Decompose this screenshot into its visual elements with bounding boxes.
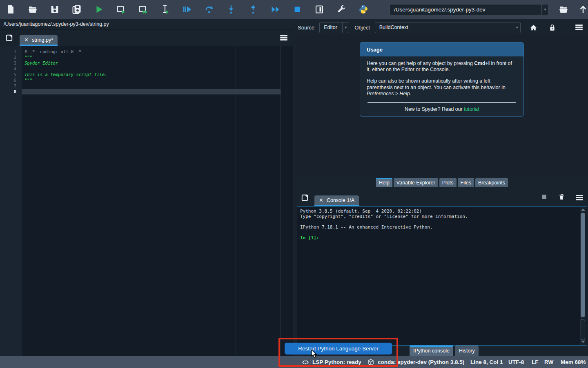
console-options-menu-icon[interactable]: [576, 195, 583, 201]
chevron-down-icon[interactable]: ▼: [541, 4, 548, 15]
browse-tabs-icon[interactable]: [301, 194, 309, 202]
usage-p2-pre: Help can also be shown automatically aft…: [367, 78, 506, 90]
step-over-icon[interactable]: [204, 4, 214, 14]
tab-breakpoints[interactable]: Breakpoints: [475, 178, 508, 187]
usage-p1-shortcut: Cmd+I: [474, 61, 490, 66]
source-combobox[interactable]: Editor ▼: [319, 22, 349, 33]
close-tab-icon[interactable]: ✕: [24, 37, 29, 43]
chevron-down-icon[interactable]: ▼: [514, 22, 520, 33]
run-icon[interactable]: [94, 4, 104, 14]
editor-line-7[interactable]: 7: [0, 83, 293, 89]
tab-variable-explorer[interactable]: Variable Explorer: [394, 178, 438, 187]
editor-tab-label: string.py*: [32, 37, 53, 43]
code-editor[interactable]: 1# -*- coding: utf-8 -*-2"""3Spyder Edit…: [0, 46, 293, 356]
step-out-icon[interactable]: [248, 4, 258, 14]
permissions-status: RW: [544, 356, 553, 368]
tab-help[interactable]: Help: [376, 178, 392, 187]
tab-files[interactable]: Files: [458, 178, 474, 187]
encoding-text: UTF-8: [508, 359, 524, 365]
conda-status-text: conda: spyder-dev (Python 3.8.5): [378, 359, 464, 365]
run-selection-icon[interactable]: [160, 4, 170, 14]
tutorial-link[interactable]: tutorial: [464, 106, 479, 112]
scrollbar-track-segment: [581, 319, 585, 340]
debug-file-icon[interactable]: [182, 4, 192, 14]
editor-line-3[interactable]: 3Spyder Editor: [0, 60, 293, 66]
usage-p1-pre: Here you can get help of any object by p…: [367, 61, 474, 66]
run-cell-icon[interactable]: [116, 4, 126, 14]
stop-debug-icon[interactable]: [292, 4, 302, 14]
working-directory-value: /Users/juanitagomez/.spyder-py3-dev: [390, 7, 541, 13]
save-all-icon[interactable]: [72, 4, 82, 14]
lock-icon[interactable]: [548, 24, 556, 31]
tab-plots[interactable]: Plots: [439, 178, 457, 187]
scrollbar-thumb[interactable]: [581, 213, 585, 317]
working-directory-combobox[interactable]: /Users/juanitagomez/.spyder-py3-dev ▼: [390, 4, 549, 15]
console-tab[interactable]: ✕ Console 1/A: [314, 195, 359, 206]
scroll-up-arrow-icon[interactable]: [581, 209, 585, 211]
object-value: BuildContext: [375, 25, 514, 30]
package-cube-icon: [367, 359, 374, 366]
usage-paragraph-2: Help can also be shown automatically aft…: [367, 78, 517, 97]
conda-env-status[interactable]: conda: spyder-dev (Python 3.8.5): [367, 356, 464, 368]
step-into-icon[interactable]: [226, 4, 236, 14]
line-col-text: Line 8, Col 1: [470, 359, 503, 365]
browse-tabs-icon[interactable]: [5, 34, 13, 42]
source-label: Source: [298, 25, 314, 31]
eol-status: LF: [532, 356, 539, 368]
line-number: 5: [0, 72, 23, 77]
line-number: 4: [0, 66, 23, 71]
open-directory-icon[interactable]: [559, 4, 568, 14]
lsp-icon: [302, 359, 309, 366]
editor-tab-bar: ✕ string.py*: [0, 30, 293, 46]
usage-footer-text: New to Spyder? Read our: [405, 106, 464, 112]
python-logo-icon[interactable]: [359, 4, 368, 14]
usage-paragraph-1: Here you can get help of any object by p…: [367, 61, 517, 73]
editor-line-1[interactable]: 1# -*- coding: utf-8 -*-: [0, 49, 293, 54]
interrupt-kernel-icon[interactable]: [542, 195, 546, 199]
close-tab-icon[interactable]: ✕: [319, 197, 323, 203]
editor-tab-string-py[interactable]: ✕ string.py*: [20, 35, 58, 46]
new-file-icon[interactable]: [6, 4, 16, 14]
encoding-status: UTF-8: [508, 356, 524, 368]
tab-ipython-console[interactable]: IPython console: [410, 346, 453, 356]
restart-language-server-button[interactable]: Restart Python Language Server: [285, 343, 392, 355]
open-file-icon[interactable]: [28, 4, 38, 14]
remove-console-icon[interactable]: [558, 193, 566, 201]
editor-file-path-text: /Users/juanitagomez/.spyder-py3-dev/stri…: [4, 21, 109, 27]
scroll-down-arrow-icon[interactable]: [581, 341, 585, 343]
editor-options-menu-icon[interactable]: [280, 35, 287, 41]
maximize-pane-icon[interactable]: [314, 4, 324, 14]
object-label: Object: [354, 25, 370, 31]
console-output-line: IPython 7.18.1 -- An enhanced Interactiv…: [300, 224, 579, 230]
editor-line-5[interactable]: 5This is a temporary script file.: [0, 72, 293, 77]
debug-continue-icon[interactable]: [270, 4, 280, 14]
chevron-down-icon[interactable]: ▼: [342, 22, 349, 33]
save-icon[interactable]: [50, 4, 60, 14]
editor-line-4[interactable]: 4: [0, 66, 293, 72]
editor-line-8[interactable]: 8: [0, 89, 293, 94]
editor-file-path: /Users/juanitagomez/.spyder-py3-dev/stri…: [0, 19, 293, 30]
run-cell-advance-icon[interactable]: [138, 4, 148, 14]
editor-line-2[interactable]: 2""": [0, 54, 293, 60]
editor-line-6[interactable]: 6""": [0, 77, 293, 83]
tab-history[interactable]: History: [455, 346, 479, 356]
object-combobox[interactable]: BuildContext ▼: [375, 22, 521, 33]
lsp-status[interactable]: LSP Python: ready: [302, 356, 361, 368]
console-scrollbar[interactable]: [580, 207, 586, 345]
usage-box-title: Usage: [360, 43, 523, 56]
parent-directory-icon[interactable]: [578, 4, 588, 14]
code-text: """: [23, 55, 32, 60]
home-icon[interactable]: [530, 24, 537, 31]
usage-p2-post: .: [410, 91, 411, 96]
ipython-console[interactable]: Python 3.8.5 (default, Sep 4 2020, 02:22…: [297, 206, 587, 346]
usage-box-body: Here you can get help of any object by p…: [360, 56, 523, 112]
preferences-icon[interactable]: [336, 4, 346, 14]
right-pane-tab-bar: HelpVariable ExplorerPlotsFilesBreakpoin…: [296, 177, 588, 187]
help-options-menu-icon[interactable]: [575, 25, 583, 30]
console-output-line: [300, 219, 579, 224]
main-toolbar: /Users/juanitagomez/.spyder-py3-dev ▼: [0, 0, 588, 19]
status-bar: LSP Python: ready conda: spyder-dev (Pyt…: [0, 356, 588, 368]
editor-lines: 1# -*- coding: utf-8 -*-2"""3Spyder Edit…: [0, 49, 293, 94]
lsp-status-text: LSP Python: ready: [312, 359, 361, 365]
usage-footer: New to Spyder? Read our tutorial: [367, 106, 517, 112]
